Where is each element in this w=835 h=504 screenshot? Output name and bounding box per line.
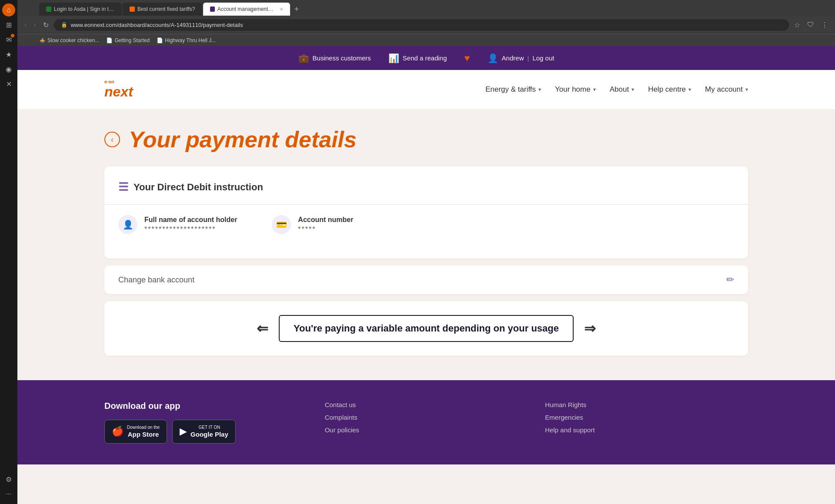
address-bar[interactable]: 🔒 www.eonnext.com/dashboard/accounts/A-1… — [54, 19, 789, 31]
sidebar-x-icon[interactable]: ✕ — [2, 77, 15, 90]
logout-label[interactable]: Log out — [532, 54, 554, 62]
app-store-label: Download on the — [127, 424, 160, 430]
play-store-button[interactable]: ▶ GET IT ON Google Play — [172, 420, 236, 444]
user-icon: 👤 — [488, 53, 498, 63]
bookmark-label: Highway Thru Hell J... — [165, 37, 216, 43]
new-tab-button[interactable]: + — [291, 5, 303, 14]
meter-icon: 📊 — [388, 53, 399, 63]
bookmark-slow-cooker[interactable]: 🍲 Slow cooker chicken... — [39, 37, 99, 43]
direct-debit-label: Your Direct Debit instruction — [134, 182, 263, 193]
direct-debit-icon: ☰ — [118, 180, 128, 194]
account-holder-label: Full name of account holder — [144, 216, 237, 224]
change-bank-card[interactable]: Change bank account ✏ — [104, 265, 748, 294]
chevron-down-icon: ▾ — [631, 86, 634, 93]
logo[interactable]: e·on next — [104, 79, 133, 99]
business-customers-link[interactable]: 💼 Business customers — [298, 53, 371, 63]
bookmark-highway[interactable]: 📄 Highway Thru Hell J... — [157, 37, 216, 43]
tab-asda[interactable]: Login to Asda | Sign in to... — [39, 3, 122, 16]
change-bank-label: Change bank account — [118, 275, 194, 285]
footer-content: Download our app 🍎 Download on the App S… — [104, 401, 748, 444]
nav-about-label: About — [610, 85, 629, 94]
lock-icon: 🔒 — [61, 22, 67, 28]
heart-icon: ♥ — [464, 53, 470, 64]
back-button[interactable]: ‹ — [23, 19, 28, 30]
chevron-down-icon: ▾ — [593, 86, 596, 93]
account-holder-value: ******************** — [144, 225, 237, 233]
chevron-down-icon: ▾ — [538, 86, 541, 93]
card-icon: 💳 — [272, 215, 291, 234]
emergencies-link[interactable]: Emergencies — [545, 414, 748, 421]
sidebar-bookmark-icon[interactable]: ★ — [2, 48, 15, 61]
back-arrow-icon: ‹ — [111, 135, 114, 144]
app-buttons: 🍎 Download on the App Store ▶ GET IT ON … — [104, 420, 307, 444]
human-rights-link[interactable]: Human Rights — [545, 401, 748, 408]
footer-app-section: Download our app 🍎 Download on the App S… — [104, 401, 307, 444]
user-link[interactable]: 👤 Andrew | Log out — [488, 53, 554, 63]
nav-my-account-label: My account — [705, 85, 743, 94]
nav-my-account[interactable]: My account ▾ — [705, 85, 748, 94]
app-store-button[interactable]: 🍎 Download on the App Store — [104, 420, 167, 444]
direct-debit-card: ☰ Your Direct Debit instruction 👤 Full n… — [104, 166, 748, 259]
extension-button[interactable]: 🛡 — [805, 19, 816, 30]
tab-account[interactable]: Account management | Pa ✕ — [203, 3, 290, 16]
browser-chrome: Login to Asda | Sign in to... Best curre… — [17, 0, 835, 46]
nav-items: Energy & tariffs ▾ Your home ▾ About ▾ H… — [485, 85, 748, 94]
arrow-left-icon: ⇐ — [257, 320, 268, 337]
browser-sidebar: ⌂ ⊞ ✉ ★ ◉ ✕ ⚙ ··· — [0, 0, 17, 504]
briefcase-icon: 💼 — [298, 53, 309, 63]
footer-links-col2: Human Rights Emergencies Help and suppor… — [545, 401, 748, 444]
sidebar-home-icon[interactable]: ⌂ — [2, 3, 15, 17]
utility-bar: 💼 Business customers 📊 Send a reading ♥ … — [17, 46, 835, 70]
account-number-label: Account number — [298, 216, 353, 224]
sidebar-instagram-icon[interactable]: ◉ — [2, 63, 15, 76]
variable-payment-label: You're paying a variable amount dependin… — [294, 323, 559, 334]
browser-toolbar: ‹ › ↻ 🔒 www.eonnext.com/dashboard/accoun… — [17, 16, 835, 34]
logo-next: next — [104, 84, 133, 99]
separator: | — [527, 54, 529, 62]
sidebar-notifications-icon[interactable]: ✉ — [2, 33, 15, 46]
send-reading-link[interactable]: 📊 Send a reading — [388, 53, 447, 63]
sidebar-settings-icon[interactable]: ⚙ — [2, 473, 15, 486]
edit-icon[interactable]: ✏ — [726, 274, 734, 285]
nav-energy-tariffs[interactable]: Energy & tariffs ▾ — [485, 85, 541, 94]
nav-your-home[interactable]: Your home ▾ — [555, 85, 596, 94]
sidebar-more-icon[interactable]: ··· — [2, 487, 15, 501]
nav-help-centre[interactable]: Help centre ▾ — [648, 85, 691, 94]
browser-tabs: Login to Asda | Sign in to... Best curre… — [17, 0, 835, 16]
reload-button[interactable]: ↻ — [41, 19, 50, 31]
account-holder-field: 👤 Full name of account holder **********… — [118, 215, 237, 234]
more-tools-button[interactable]: ⋮ — [819, 19, 830, 31]
arrow-right-icon: ⇒ — [584, 320, 596, 337]
nav-your-home-label: Your home — [555, 85, 591, 94]
help-support-link[interactable]: Help and support — [545, 426, 748, 434]
tab-fixed[interactable]: Best current fixed tariffs? — [123, 3, 202, 16]
username-label: Andrew — [502, 54, 524, 62]
app-store-name: App Store — [127, 430, 160, 439]
main-navigation: e·on next Energy & tariffs ▾ Your home ▾… — [17, 70, 835, 109]
direct-debit-title: ☰ Your Direct Debit instruction — [118, 180, 734, 194]
nav-energy-tariffs-label: Energy & tariffs — [485, 85, 536, 94]
forward-button[interactable]: › — [32, 19, 37, 30]
sidebar-apps-icon[interactable]: ⊞ — [2, 18, 15, 31]
apple-icon: 🍎 — [112, 426, 124, 437]
footer: Download our app 🍎 Download on the App S… — [17, 380, 835, 464]
footer-links-col1: Contact us Complaints Our policies — [325, 401, 528, 444]
heart-icon-link[interactable]: ♥ — [464, 53, 470, 64]
business-customers-label: Business customers — [313, 54, 371, 62]
our-policies-link[interactable]: Our policies — [325, 426, 528, 434]
play-store-name: Google Play — [190, 430, 228, 439]
nav-about[interactable]: About ▾ — [610, 85, 634, 94]
back-button[interactable]: ‹ — [104, 132, 120, 147]
bookmark-this-button[interactable]: ☆ — [792, 19, 802, 31]
page-content: ‹ Your payment details ☰ Your Direct Deb… — [17, 109, 835, 380]
bookmark-getting-started[interactable]: 📄 Getting Started — [106, 37, 150, 43]
contact-us-link[interactable]: Contact us — [325, 401, 528, 408]
complaints-link[interactable]: Complaints — [325, 414, 528, 421]
nav-help-centre-label: Help centre — [648, 85, 686, 94]
play-store-label: GET IT ON — [190, 424, 228, 430]
account-number-field: 💳 Account number ***** — [272, 215, 353, 234]
active-tab-label: Account management | Pa — [217, 6, 274, 12]
account-number-value: ***** — [298, 225, 353, 233]
chevron-down-icon: ▾ — [745, 86, 748, 93]
account-details: 👤 Full name of account holder **********… — [118, 205, 734, 245]
